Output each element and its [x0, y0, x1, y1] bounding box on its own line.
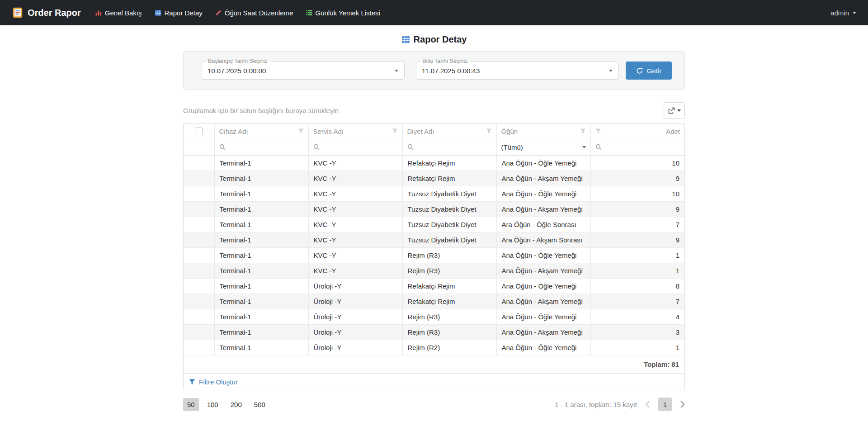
nav-item-gunluk-yemek[interactable]: Günlük Yemek Listesi: [306, 9, 380, 17]
user-menu[interactable]: admin: [830, 9, 856, 17]
fetch-button[interactable]: Getir: [626, 62, 672, 80]
end-date-field[interactable]: Bitiş Tarihi Seçiniz 11.07.2025 0:00:43: [416, 62, 619, 80]
column-header-servis-adi[interactable]: Servis Adı: [308, 124, 402, 139]
row-select-cell[interactable]: [184, 217, 214, 232]
page-size-selector: 50100200500: [183, 398, 269, 411]
table-row[interactable]: Terminal-1KVC -YRejim (R3)Ana Öğün - Akş…: [184, 263, 684, 278]
page-number-button[interactable]: 1: [658, 398, 672, 411]
start-date-field[interactable]: Başlangıç Tarihi Seçiniz 10.07.2025 0:00…: [202, 62, 405, 80]
table-row[interactable]: Terminal-1KVC -YTuzsuz Diyabetik DiyetAn…: [184, 186, 684, 201]
filter-builder-link[interactable]: Filtre Oluştur: [184, 373, 684, 390]
table-row[interactable]: Terminal-1Üroloji -YRefakatçi RejimAna Ö…: [184, 294, 684, 309]
cell: Terminal-1: [214, 309, 308, 324]
table-row[interactable]: Terminal-1KVC -YRejim (R3)Ana Öğün - Öğl…: [184, 247, 684, 263]
export-icon: [668, 107, 675, 114]
row-select-cell[interactable]: [184, 155, 214, 171]
row-select-cell[interactable]: [184, 294, 214, 309]
table-row[interactable]: Terminal-1Üroloji -YRefakatçi RejimAna Ö…: [184, 278, 684, 294]
pager-info: 1 - 1 arası, toplam: 15 kayıt: [555, 401, 637, 408]
app-logo-icon: [12, 7, 24, 19]
row-select-cell[interactable]: [184, 186, 214, 201]
cell: 10: [590, 186, 684, 201]
column-header-diyet-adi[interactable]: Diyet Adı: [402, 124, 496, 139]
start-date-dropdown-button[interactable]: [389, 62, 404, 79]
cell: Ana Öğün - Öğle Yemeği: [496, 309, 590, 324]
cell: 1: [590, 263, 684, 278]
table-row[interactable]: Terminal-1KVC -YRefakatçi RejimAna Öğün …: [184, 171, 684, 186]
nav-item-ogun-saat[interactable]: Öğün Saat Düzenleme: [215, 9, 293, 17]
filter-cell-ogun[interactable]: (Tümü): [496, 139, 590, 155]
row-select-cell[interactable]: [184, 324, 214, 340]
table-row[interactable]: Terminal-1KVC -YRefakatçi RejimAna Öğün …: [184, 155, 684, 171]
filter-funnel-icon[interactable]: [392, 128, 398, 134]
cell: 7: [590, 294, 684, 309]
next-page-button[interactable]: [680, 400, 685, 408]
cell: Refakatçi Rejim: [402, 278, 496, 294]
row-select-cell[interactable]: [184, 263, 214, 278]
chevron-down-icon: [395, 70, 398, 72]
table-row[interactable]: Terminal-1Üroloji -YRejim (R3)Ana Öğün -…: [184, 324, 684, 340]
filter-funnel-icon[interactable]: [298, 128, 304, 134]
select-all-checkbox[interactable]: [195, 128, 203, 135]
cell: Üroloji -Y: [308, 278, 402, 294]
cell: Ana Öğün - Öğle Yemeği: [496, 340, 590, 355]
start-date-label: Başlangıç Tarihi Seçiniz: [206, 58, 270, 65]
cell: Refakatçi Rejim: [402, 171, 496, 186]
cell: 10: [590, 155, 684, 171]
row-select-cell[interactable]: [184, 278, 214, 294]
total-label: Toplam: 81: [184, 355, 684, 373]
column-header-ogun[interactable]: Öğün: [496, 124, 590, 139]
filter-row: (Tümü): [184, 139, 684, 155]
end-date-dropdown-button[interactable]: [603, 62, 618, 79]
filter-cell-servis-adi[interactable]: [308, 139, 402, 155]
prev-page-button[interactable]: [645, 400, 650, 408]
group-panel-text: Gruplamak için bir sütun başlığını buray…: [183, 107, 339, 114]
ogun-filter-value: (Tümü): [501, 143, 523, 151]
cell: KVC -Y: [308, 186, 402, 201]
row-select-cell[interactable]: [184, 309, 214, 324]
cell: Ana Öğün - Öğle Yemeği: [496, 155, 590, 171]
end-date-value: 11.07.2025 0:00:43: [416, 67, 480, 75]
ogun-filter-select[interactable]: (Tümü): [501, 143, 586, 151]
table-row[interactable]: Terminal-1KVC -YTuzsuz Diyabetik DiyetAn…: [184, 201, 684, 217]
table-row[interactable]: Terminal-1KVC -YTuzsuz Diyabetik DiyetAr…: [184, 232, 684, 247]
cell: Rejim (R3): [402, 247, 496, 263]
cell: KVC -Y: [308, 217, 402, 232]
table-row[interactable]: Terminal-1Üroloji -YRejim (R2)Ana Öğün -…: [184, 340, 684, 355]
cell: Terminal-1: [214, 217, 308, 232]
cell: KVC -Y: [308, 201, 402, 217]
row-select-cell[interactable]: [184, 201, 214, 217]
nav-item-rapor-detay[interactable]: Rapor Detay: [155, 9, 203, 17]
cell: Tuzsuz Diyabetik Diyet: [402, 186, 496, 201]
nav-item-genel-bakis[interactable]: Genel Bakış: [95, 9, 142, 17]
cell: Rejim (R3): [402, 263, 496, 278]
row-select-cell[interactable]: [184, 340, 214, 355]
search-icon: [595, 144, 602, 150]
table-row[interactable]: Terminal-1Üroloji -YRejim (R3)Ana Öğün -…: [184, 309, 684, 324]
table-row[interactable]: Terminal-1KVC -YTuzsuz Diyabetik DiyetAr…: [184, 217, 684, 232]
chevron-down-icon: [609, 70, 613, 72]
cell: KVC -Y: [308, 232, 402, 247]
page-size-option[interactable]: 100: [203, 398, 222, 411]
export-button[interactable]: [664, 102, 685, 119]
filter-cell-adet[interactable]: [590, 139, 684, 155]
row-select-cell[interactable]: [184, 232, 214, 247]
filter-funnel-icon[interactable]: [580, 128, 586, 134]
app-brand[interactable]: Order Rapor: [12, 7, 81, 19]
column-header-adet[interactable]: Adet: [590, 124, 684, 139]
filter-funnel-icon[interactable]: [595, 128, 601, 134]
column-header-cihaz-adi[interactable]: Cihaz Adı: [214, 124, 308, 139]
filter-funnel-icon[interactable]: [486, 128, 492, 134]
search-icon: [407, 144, 414, 150]
column-label: Öğün: [501, 128, 580, 135]
page-size-option[interactable]: 50: [183, 398, 199, 411]
row-select-cell[interactable]: [184, 247, 214, 263]
nav-item-label: Rapor Detay: [165, 9, 203, 17]
cell: Tuzsuz Diyabetik Diyet: [402, 217, 496, 232]
row-select-cell[interactable]: [184, 171, 214, 186]
table-body: Terminal-1KVC -YRefakatçi RejimAna Öğün …: [184, 155, 684, 355]
filter-cell-cihaz-adi[interactable]: [214, 139, 308, 155]
page-size-option[interactable]: 500: [250, 398, 269, 411]
page-size-option[interactable]: 200: [226, 398, 246, 411]
filter-cell-diyet-adi[interactable]: [402, 139, 496, 155]
